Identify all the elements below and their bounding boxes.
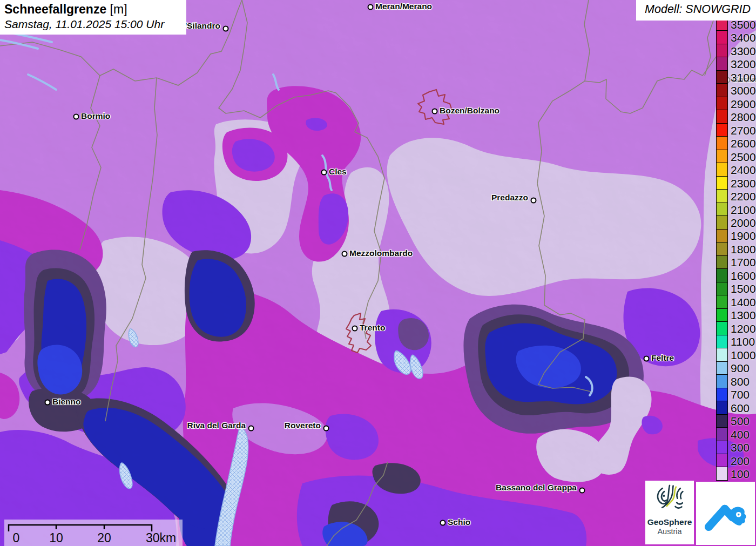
legend-color-swatch — [716, 203, 728, 216]
model-label: Modell: SNOWGRID — [645, 3, 751, 16]
legend-color-swatch — [716, 110, 728, 123]
city-marker — [248, 426, 254, 432]
legend-row: 1300 — [716, 309, 756, 322]
legend-value-label: 300 — [731, 442, 750, 453]
legend-value-label: 1400 — [731, 296, 756, 308]
legend-row: 3200 — [716, 57, 756, 70]
legend-value-label: 700 — [731, 389, 750, 400]
legend-color-swatch — [716, 441, 728, 454]
city-label: Bormio — [81, 111, 110, 121]
product-unit: [m] — [110, 2, 127, 16]
city-marker — [323, 426, 329, 432]
legend-row: 1000 — [716, 348, 756, 361]
legend-row: 100 — [716, 467, 756, 480]
legend-value-label: 2300 — [731, 178, 756, 189]
legend-color-swatch — [716, 150, 728, 163]
model-box: Modell: SNOWGRID — [636, 0, 756, 21]
legend-row: 2100 — [716, 203, 756, 216]
legend-row: 900 — [716, 362, 756, 375]
legend-color-swatch — [716, 44, 728, 57]
legend-color-swatch — [716, 124, 728, 137]
legend-value-label: 1100 — [731, 336, 755, 347]
legend-value-label: 100 — [731, 468, 750, 480]
legend-row: 500 — [716, 415, 756, 428]
snowfall-limit-map-canvas — [0, 0, 756, 546]
distance-scalebar: 0 10 20 30km — [4, 520, 183, 546]
valid-datetime: Samstag, 11.01.2025 15:00 Uhr — [4, 17, 181, 31]
legend-color-swatch — [716, 322, 728, 335]
city-marker — [352, 326, 358, 332]
legend-row: 1100 — [716, 335, 756, 348]
legend-value-label: 2000 — [731, 217, 756, 228]
city-label: Meran/Merano — [375, 2, 432, 11]
legend-value-label: 1900 — [731, 230, 756, 241]
map-title: Schneefallgrenze [m] — [4, 2, 181, 17]
title-box: Schneefallgrenze [m] Samstag, 11.01.2025… — [0, 0, 186, 35]
city-label: Feltre — [651, 353, 674, 363]
city-marker — [73, 114, 79, 120]
scalebar-label-10: 10 — [49, 531, 63, 545]
legend-color-swatch — [716, 163, 728, 176]
product-name: Schneefallgrenze — [4, 2, 106, 16]
legend-color-swatch — [716, 71, 728, 84]
legend-row: 300 — [716, 441, 756, 454]
legend-color-swatch — [716, 428, 728, 441]
legend-color-swatch — [716, 190, 728, 203]
city-marker — [45, 400, 51, 406]
legend-row: 1800 — [716, 242, 756, 255]
legend-color-swatch — [716, 137, 728, 150]
legend-row: 3400 — [716, 31, 756, 44]
legend-row: 1600 — [716, 269, 756, 282]
geosphere-logo-subtext: Austria — [657, 527, 681, 536]
city-marker — [432, 109, 438, 114]
legend-value-label: 2800 — [731, 111, 756, 123]
city-label: Trento — [360, 323, 385, 333]
city-marker — [440, 520, 446, 526]
legend-value-label: 2400 — [731, 164, 756, 176]
legend-value-label: 2900 — [731, 98, 756, 110]
city-label: Bienno — [52, 397, 81, 407]
legend-color-swatch — [716, 375, 728, 388]
legend-value-label: 2200 — [731, 191, 756, 202]
legend-row: 2800 — [716, 110, 756, 123]
legend-color-swatch — [716, 177, 728, 190]
legend-color-swatch — [716, 230, 728, 242]
legend-row: 1700 — [716, 256, 756, 269]
legend-row: 1200 — [716, 322, 756, 335]
city-marker — [321, 170, 327, 176]
legend-value-label: 1500 — [731, 283, 756, 294]
legend-row: 1500 — [716, 282, 756, 295]
avalanche-mountain-icon — [702, 490, 750, 537]
legend-row: 3100 — [716, 71, 756, 84]
legend-color-swatch — [716, 269, 728, 282]
geosphere-contour-icon — [652, 481, 687, 517]
legend-value-label: 500 — [731, 415, 750, 427]
legend-value-label: 3200 — [731, 58, 756, 70]
legend-color-swatch — [716, 454, 728, 467]
legend-row: 3300 — [716, 44, 756, 57]
legend-value-label: 1700 — [731, 257, 756, 268]
legend-value-label: 200 — [731, 455, 750, 467]
scalebar-label-30: 30km — [146, 531, 176, 545]
avalanche-report-logo-box — [696, 482, 755, 545]
legend-color-swatch — [716, 57, 728, 70]
legend-color-swatch — [716, 256, 728, 269]
city-marker — [644, 356, 650, 362]
city-label: Bassano del Grappa — [496, 483, 577, 493]
legend-row: 1400 — [716, 295, 756, 308]
terrain-hillshade-overlay — [0, 0, 756, 546]
legend-value-label: 600 — [731, 402, 750, 414]
weather-map-stage: Meran/Meranos/SilandroBormioBozen/Bolzan… — [0, 0, 756, 546]
legend-row: 2000 — [716, 216, 756, 229]
legend-row: 2200 — [716, 190, 756, 203]
scalebar-label-0: 0 — [13, 531, 20, 545]
legend-row: 700 — [716, 388, 756, 401]
legend-color-swatch — [716, 309, 728, 322]
legend-value-label: 900 — [731, 362, 750, 374]
city-marker — [342, 251, 348, 257]
legend-color-swatch — [716, 415, 728, 428]
legend-value-label: 3000 — [731, 85, 756, 96]
legend-color-swatch — [716, 388, 728, 401]
city-label: Predazzo — [491, 193, 528, 203]
legend-value-label: 3300 — [731, 45, 756, 57]
